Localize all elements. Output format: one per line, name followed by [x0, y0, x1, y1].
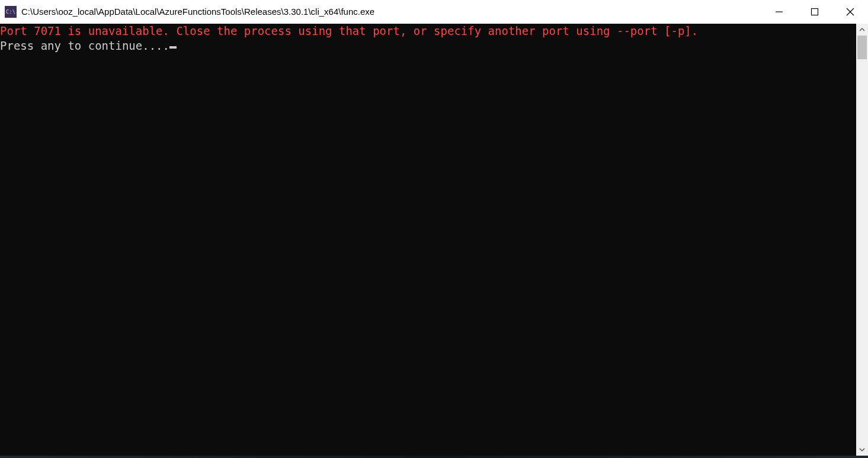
console-error-line: Port 7071 is unavailable. Close the proc… — [0, 24, 856, 39]
console-area: Port 7071 is unavailable. Close the proc… — [0, 24, 868, 456]
minimize-button[interactable] — [761, 0, 797, 23]
app-icon: C:\ — [5, 6, 17, 18]
taskbar-edge — [0, 456, 868, 458]
scroll-thumb[interactable] — [857, 36, 867, 59]
window-controls — [761, 0, 868, 23]
text-cursor — [169, 46, 177, 49]
minimize-icon — [775, 8, 783, 16]
scroll-up-button[interactable] — [856, 24, 868, 36]
vertical-scrollbar[interactable] — [856, 24, 868, 456]
chevron-down-icon — [859, 447, 865, 453]
scroll-down-button[interactable] — [856, 444, 868, 456]
chevron-up-icon — [859, 27, 865, 33]
titlebar[interactable]: C:\ C:\Users\ooz_local\AppData\Local\Azu… — [0, 0, 868, 24]
close-icon — [846, 8, 854, 16]
maximize-button[interactable] — [797, 0, 832, 23]
svg-rect-1 — [812, 8, 818, 15]
window-title: C:\Users\ooz_local\AppData\Local\AzureFu… — [21, 7, 761, 17]
console-output[interactable]: Port 7071 is unavailable. Close the proc… — [0, 24, 856, 456]
close-button[interactable] — [832, 0, 868, 23]
console-prompt-line: Press any to continue.... — [0, 39, 856, 53]
maximize-icon — [811, 8, 819, 16]
